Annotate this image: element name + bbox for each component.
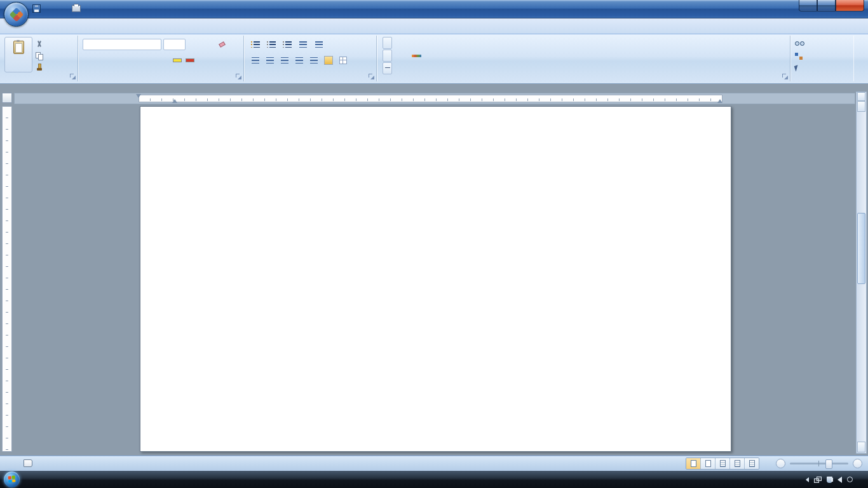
document-page[interactable]	[140, 106, 731, 452]
font-group	[80, 36, 244, 81]
align-right-button[interactable]	[278, 55, 292, 66]
save-icon	[32, 4, 41, 13]
replace-button[interactable]	[795, 51, 851, 62]
multilevel-list-button[interactable]	[280, 39, 294, 50]
subscript-button[interactable]	[133, 55, 146, 66]
cut-button[interactable]	[36, 39, 46, 49]
ribbon-tab-row	[0, 18, 868, 34]
text-highlight-button[interactable]	[172, 55, 184, 66]
scroll-up-button[interactable]	[857, 101, 865, 112]
tab-stop-selector[interactable]	[2, 93, 12, 103]
font-color-icon	[186, 58, 194, 62]
customize-quick-access-button[interactable]	[84, 3, 95, 14]
multilevel-list-icon	[283, 41, 292, 48]
sort-button[interactable]	[328, 39, 342, 50]
change-case-button[interactable]	[159, 55, 171, 66]
scrollbar-thumb[interactable]	[857, 213, 865, 284]
paragraph-dialog-launcher[interactable]	[369, 74, 374, 79]
title-bar	[0, 0, 868, 18]
align-right-icon	[281, 57, 288, 64]
proofing-book-icon	[24, 459, 32, 467]
align-center-button[interactable]	[263, 55, 277, 66]
justify-button[interactable]	[292, 55, 306, 66]
superscript-button[interactable]	[146, 55, 158, 66]
save-button[interactable]	[31, 3, 42, 14]
full-screen-reading-view-button[interactable]	[701, 458, 715, 469]
show-hide-paragraph-button[interactable]	[344, 39, 358, 50]
borders-icon	[339, 57, 347, 64]
underline-button[interactable]	[108, 55, 120, 66]
hanging-indent-marker[interactable]	[172, 97, 177, 103]
grow-font-button[interactable]	[187, 39, 200, 50]
editing-group	[792, 36, 853, 81]
start-button[interactable]	[4, 471, 20, 487]
zoom-slider[interactable]	[790, 463, 848, 464]
ruler-toggle-button[interactable]	[857, 92, 865, 101]
right-indent-marker[interactable]	[717, 97, 722, 103]
paintbrush-icon	[36, 64, 43, 71]
horizontal-ruler[interactable]	[14, 93, 855, 104]
word-window	[0, 0, 868, 488]
first-line-indent-marker[interactable]	[136, 94, 141, 100]
clipboard-group	[2, 36, 78, 81]
eraser-icon	[219, 41, 226, 48]
clipboard-dialog-launcher[interactable]	[70, 74, 76, 79]
font-name-combo[interactable]	[83, 39, 161, 50]
font-dialog-launcher[interactable]	[236, 74, 241, 79]
borders-button[interactable]	[336, 55, 350, 66]
styles-more-button[interactable]	[383, 62, 392, 74]
paste-button[interactable]	[4, 37, 32, 72]
quick-print-button[interactable]	[71, 3, 82, 14]
zoom-slider-thumb[interactable]	[825, 459, 832, 469]
minimize-button[interactable]	[799, 0, 817, 11]
taskbar	[0, 471, 868, 488]
print-layout-view-button[interactable]	[686, 458, 701, 469]
decrease-indent-button[interactable]	[296, 39, 310, 50]
copy-icon	[36, 52, 43, 60]
format-painter-button[interactable]	[36, 62, 46, 72]
styles-group	[379, 36, 790, 81]
numbering-button[interactable]	[264, 39, 278, 50]
italic-button[interactable]	[95, 55, 107, 66]
line-spacing-button[interactable]	[307, 55, 321, 66]
styles-dialog-launcher[interactable]	[782, 74, 788, 79]
vertical-ruler	[2, 106, 12, 452]
increase-indent-button[interactable]	[312, 39, 326, 50]
close-button[interactable]	[836, 0, 864, 11]
spelling-status[interactable]	[24, 459, 27, 468]
scroll-down-button[interactable]	[857, 442, 865, 452]
zoom-in-button[interactable]	[853, 459, 862, 468]
power-icon[interactable]	[847, 477, 853, 482]
outline-view-button[interactable]	[730, 458, 745, 469]
shrink-font-button[interactable]	[201, 39, 214, 50]
numbering-icon	[267, 41, 276, 48]
undo-button[interactable]	[44, 3, 55, 14]
volume-icon[interactable]	[837, 477, 842, 483]
font-color-button[interactable]	[184, 55, 196, 66]
office-button[interactable]	[4, 2, 29, 27]
maximize-button[interactable]	[817, 0, 836, 11]
strikethrough-button[interactable]	[121, 55, 133, 66]
styles-scroll-down-button[interactable]	[383, 50, 392, 62]
font-size-combo[interactable]	[163, 39, 186, 50]
shading-button[interactable]	[322, 55, 336, 66]
paste-icon	[13, 41, 24, 54]
vertical-scrollbar[interactable]	[856, 92, 867, 454]
network-icon[interactable]	[814, 477, 822, 483]
bullets-button[interactable]	[248, 39, 262, 50]
bold-button[interactable]	[83, 55, 95, 66]
web-layout-view-button[interactable]	[715, 458, 730, 469]
clear-formatting-button[interactable]	[215, 39, 227, 50]
align-left-button[interactable]	[248, 55, 262, 66]
change-styles-button[interactable]	[393, 53, 439, 58]
copy-button[interactable]	[36, 51, 46, 60]
styles-scroll-up-button[interactable]	[383, 37, 392, 49]
find-button[interactable]	[795, 39, 851, 50]
styles-gallery-scroll	[383, 37, 392, 74]
zoom-out-button[interactable]	[776, 459, 785, 468]
select-button[interactable]	[795, 63, 851, 74]
draft-view-button[interactable]	[745, 458, 759, 469]
hidden-icons-chevron[interactable]	[806, 477, 809, 482]
redo-button[interactable]	[57, 3, 69, 14]
bullets-icon	[251, 41, 260, 48]
